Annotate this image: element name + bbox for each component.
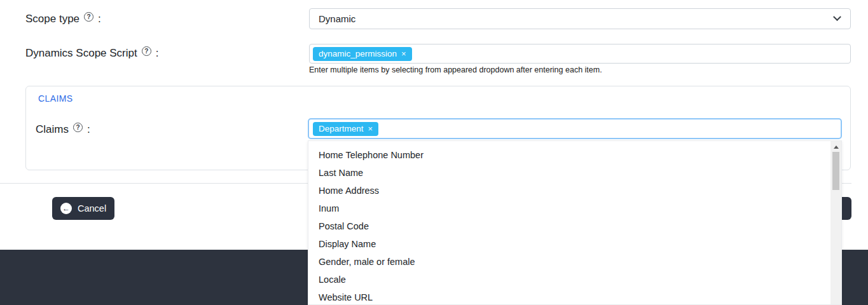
cancel-button[interactable]: ← Cancel [52,197,114,220]
scope-type-select[interactable]: Dynamic [309,8,851,29]
dropdown-option[interactable]: Last Name [308,164,841,182]
scope-script-tag-input[interactable]: dynamic_permission × [309,44,851,64]
scope-type-selected-value: Dynamic [319,13,834,24]
tag-chip-dynamic-permission: dynamic_permission × [313,47,412,61]
scrollbar-up-arrow-icon[interactable] [834,146,839,149]
dropdown-option[interactable]: Postal Code [308,217,841,235]
dropdown-option[interactable]: Locale [308,271,841,288]
chevron-down-icon [833,13,841,21]
dropdown-option[interactable]: Website URL [308,288,841,305]
scope-script-helper-text: Enter multiple items by selecting from a… [309,65,602,74]
scope-type-label: Scope type ? : [25,13,101,25]
claims-label-text: Claims [36,123,69,136]
claims-options-dropdown: Home Telephone Number Last Name Home Add… [308,140,842,305]
scope-type-label-text: Scope type [25,13,79,25]
claims-tag-input[interactable]: Department × [308,118,842,139]
dropdown-option[interactable]: Display Name [308,235,841,253]
scope-type-colon: : [98,13,101,25]
scope-script-colon: : [156,47,159,60]
help-icon[interactable]: ? [84,12,93,22]
dropdown-scrollbar[interactable] [830,141,841,304]
scrollbar-thumb[interactable] [832,152,839,190]
back-arrow-icon: ← [60,203,72,214]
tag-chip-department: Department × [313,122,378,136]
help-icon[interactable]: ? [73,123,83,132]
scope-script-label-text: Dynamics Scope Script [25,47,137,60]
cancel-button-label: Cancel [78,203,106,214]
scope-edit-form: Scope type ? : Dynamic Dynamics Scope Sc… [0,0,868,305]
remove-tag-icon[interactable]: × [401,49,406,58]
remove-tag-icon[interactable]: × [368,124,373,133]
dropdown-option[interactable]: Gender, male or female [308,253,841,271]
help-icon[interactable]: ? [142,46,151,56]
dropdown-option[interactable]: Home Address [308,182,841,200]
dropdown-option[interactable]: Inum [308,200,841,217]
scope-script-label: Dynamics Scope Script ? : [25,47,158,60]
tag-chip-label: Department [319,124,364,133]
dropdown-option[interactable]: Home Telephone Number [308,146,841,164]
claims-section-title: CLAIMS [38,93,73,104]
claims-colon: : [87,123,90,136]
claims-label: Claims ? : [36,123,90,136]
tag-chip-label: dynamic_permission [319,49,397,58]
